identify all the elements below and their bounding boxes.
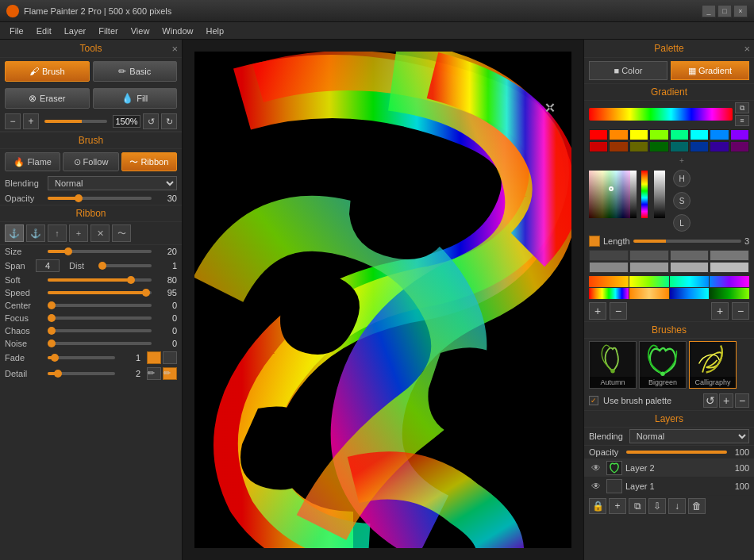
canvas[interactable]: ✛ xyxy=(194,52,571,548)
menu-edit[interactable]: Edit xyxy=(30,25,58,37)
grad-swatch-4[interactable] xyxy=(710,250,749,261)
swatch-purple[interactable] xyxy=(730,129,749,140)
fade-reset-button[interactable] xyxy=(163,351,177,364)
focus-slider[interactable] xyxy=(48,316,152,320)
soft-slider[interactable] xyxy=(48,278,152,282)
lightness-slider[interactable] xyxy=(654,171,665,218)
grad-swatch-7[interactable] xyxy=(670,262,710,273)
minimize-button[interactable]: _ xyxy=(702,5,716,17)
zoom-slider[interactable] xyxy=(44,120,107,123)
noise-slider[interactable] xyxy=(48,342,152,345)
size-slider[interactable] xyxy=(48,250,152,253)
maximize-button[interactable]: □ xyxy=(717,5,732,17)
swatch-green[interactable] xyxy=(670,129,689,140)
ribbon-icon-5[interactable]: ✕ xyxy=(90,224,110,242)
swatch-cyan[interactable] xyxy=(690,129,709,140)
redo-button[interactable]: ↻ xyxy=(161,113,177,129)
menu-window[interactable]: Window xyxy=(156,25,199,37)
reset-zoom-button[interactable]: ↺ xyxy=(143,113,159,129)
grad-warm-swatch[interactable] xyxy=(589,276,629,287)
layer-add-button[interactable]: + xyxy=(609,498,626,514)
gradient-add-button[interactable]: + xyxy=(589,302,606,320)
menu-layer[interactable]: Layer xyxy=(58,25,93,37)
gradient-settings-button[interactable]: ≡ xyxy=(735,115,749,126)
layers-opacity-slider[interactable] xyxy=(626,451,726,454)
eraser-tool-button[interactable]: ⊗ Eraser xyxy=(5,88,90,109)
grad-swatch-2[interactable] xyxy=(629,250,669,261)
grad-rainbow-swatch[interactable] xyxy=(589,288,629,299)
layer-duplicate-button[interactable]: ⧉ xyxy=(629,498,646,514)
layer-move-down-button[interactable]: ↓ xyxy=(668,498,686,514)
grad-forest-swatch[interactable] xyxy=(710,288,749,299)
basic-tool-button[interactable]: ✏ Basic xyxy=(93,61,178,82)
speed-slider[interactable] xyxy=(48,291,152,294)
layer-merge-button[interactable]: ⇩ xyxy=(648,498,666,514)
grad-amber-swatch[interactable] xyxy=(629,288,669,299)
layer-2-visibility[interactable]: 👁 xyxy=(589,462,603,474)
gradient-copy-button[interactable]: ⧉ xyxy=(735,102,749,113)
opacity-slider[interactable] xyxy=(48,197,152,200)
swatch-yellow[interactable] xyxy=(629,129,648,140)
layer-delete-button[interactable]: 🗑 xyxy=(688,498,706,514)
hue-button[interactable]: H xyxy=(673,170,691,187)
swatch-darkred[interactable] xyxy=(589,141,608,152)
fade-slider[interactable] xyxy=(48,356,115,359)
canvas-area[interactable]: ✛ xyxy=(183,40,583,560)
ribbon-icon-2[interactable]: ⚓ xyxy=(26,224,45,242)
length-slider[interactable] xyxy=(633,240,741,243)
gradient-remove2-button[interactable]: − xyxy=(732,302,749,320)
swatch-brown[interactable] xyxy=(609,141,628,152)
menu-help[interactable]: Help xyxy=(199,25,230,37)
swatch-orange[interactable] xyxy=(609,129,628,140)
swatch-indigo[interactable] xyxy=(710,141,729,152)
grad-swatch-8[interactable] xyxy=(710,262,749,273)
swatch-red[interactable] xyxy=(589,129,608,140)
chaos-slider[interactable] xyxy=(48,329,152,332)
swatch-darkgreen[interactable] xyxy=(649,141,668,152)
swatch-teal[interactable] xyxy=(670,141,689,152)
main-gradient-strip[interactable] xyxy=(589,108,733,121)
flame-brush-button[interactable]: 🔥 Flame xyxy=(5,152,60,171)
menu-file[interactable]: File xyxy=(3,25,30,37)
follow-brush-button[interactable]: ⊙ Follow xyxy=(63,152,118,171)
layer-1-visibility[interactable]: 👁 xyxy=(589,480,603,493)
swatch-maroon[interactable] xyxy=(730,141,749,152)
grad-purple-swatch[interactable] xyxy=(710,276,749,287)
gradient-tab[interactable]: ▦ Gradient xyxy=(671,61,749,80)
grad-ocean-swatch[interactable] xyxy=(670,288,710,299)
grad-swatch-3[interactable] xyxy=(670,250,710,261)
swatch-olive[interactable] xyxy=(629,141,648,152)
detail-btn1[interactable]: ✏ xyxy=(147,367,161,380)
brush-remove-button[interactable]: − xyxy=(735,393,749,408)
tools-close-button[interactable]: × xyxy=(171,43,178,55)
color-picker-area[interactable] xyxy=(589,171,637,218)
gradient-remove-button[interactable]: − xyxy=(610,302,627,320)
detail-slider[interactable] xyxy=(48,372,115,375)
close-button[interactable]: × xyxy=(733,5,748,17)
hue-slider[interactable] xyxy=(641,171,648,218)
layers-blending-select[interactable]: Normal Multiply Screen xyxy=(629,429,749,443)
brush-add-button[interactable]: + xyxy=(719,393,733,408)
ribbon-icon-3[interactable]: ↑ xyxy=(48,224,67,242)
menu-filter[interactable]: Filter xyxy=(92,25,124,37)
brush-tool-button[interactable]: 🖌 Brush xyxy=(5,61,90,82)
blending-select[interactable]: Normal Multiply Screen xyxy=(48,176,177,190)
zoom-in-button[interactable]: + xyxy=(23,113,39,129)
ribbon-icon-4[interactable]: + xyxy=(69,224,88,242)
length-color-swatch[interactable] xyxy=(589,236,600,247)
autumn-brush-thumb[interactable]: Autumn xyxy=(589,341,637,389)
zoom-out-button[interactable]: − xyxy=(5,113,21,129)
dist-slider[interactable] xyxy=(100,264,152,267)
lightness-button[interactable]: L xyxy=(673,214,691,232)
ribbon-icon-1[interactable]: ⚓ xyxy=(5,224,24,242)
biggreen-brush-thumb[interactable]: Biggreen xyxy=(639,341,687,389)
grad-blue-swatch[interactable] xyxy=(670,276,710,287)
detail-btn2[interactable]: ✏ xyxy=(163,367,177,380)
grad-swatch-5[interactable] xyxy=(589,262,629,273)
swatch-lime[interactable] xyxy=(649,129,668,140)
grad-swatch-6[interactable] xyxy=(629,262,669,273)
fade-lock-button[interactable] xyxy=(147,351,161,364)
menu-view[interactable]: View xyxy=(125,25,156,37)
swatch-blue[interactable] xyxy=(710,129,729,140)
grad-swatch-1[interactable] xyxy=(589,250,629,261)
